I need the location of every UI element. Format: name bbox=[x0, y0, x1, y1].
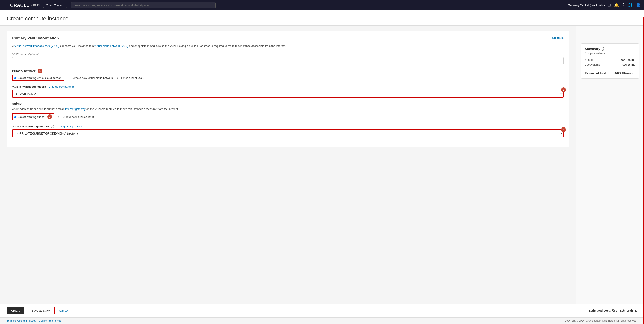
console-icon[interactable]: ⊡ bbox=[608, 3, 611, 8]
main-content: Primary VNIC information Collapse A virt… bbox=[0, 26, 576, 304]
terms-link[interactable]: Terms of Use and Privacy bbox=[7, 319, 36, 322]
bell-icon[interactable]: 🔔 bbox=[614, 3, 619, 8]
create-new-vcn-label[interactable]: Create new virtual cloud network bbox=[73, 76, 113, 80]
subnet-compartment-label: Subnet in IwanHoogendoorn bbox=[12, 125, 49, 128]
cloud-classic-button[interactable]: Cloud Classic › bbox=[43, 2, 67, 8]
summary-subtitle: Compute instance bbox=[585, 52, 635, 55]
vcn-change-compartment-link[interactable]: (Change compartment) bbox=[48, 85, 76, 88]
subnet-description: An IP address from a public subnet and a… bbox=[12, 107, 564, 111]
page-header: Create compute instance bbox=[0, 10, 644, 26]
top-navigation: ☰ ORACLE Cloud Cloud Classic › Germany C… bbox=[0, 0, 644, 10]
step-badge-1: 1 bbox=[38, 69, 42, 73]
step-badge-4: 4 bbox=[561, 127, 566, 132]
collapse-link[interactable]: Collapse bbox=[552, 36, 564, 40]
create-new-subnet-radio[interactable] bbox=[58, 116, 61, 118]
create-new-vcn-option[interactable]: Create new virtual cloud network bbox=[68, 76, 113, 80]
subnet-section: Subnet An IP address from a public subne… bbox=[12, 102, 564, 121]
select-existing-subnet-radio[interactable] bbox=[14, 116, 17, 118]
vnic-name-label: VNIC name Optional bbox=[12, 53, 564, 56]
select-existing-vcn-option[interactable]: Select existing virtual cloud network bbox=[12, 75, 64, 81]
vcn-select-container: SPOKE-VCN-A 2 bbox=[12, 90, 564, 98]
card-header: Primary VNIC information Collapse bbox=[12, 36, 564, 40]
vcn-select[interactable]: SPOKE-VCN-A bbox=[12, 90, 564, 98]
enter-subnet-ocid-option[interactable]: Enter subnet OCID bbox=[117, 76, 145, 80]
page-container: Create compute instance Primary VNIC inf… bbox=[0, 10, 644, 324]
estimated-cost-value: ₹697.81/month bbox=[612, 309, 633, 312]
subnet-radio-group: Select existing subnet 3 Create new publ… bbox=[12, 113, 564, 120]
vnic-name-group: VNIC name Optional bbox=[12, 53, 564, 64]
primary-network-group: Primary network 1 Select existing virtua… bbox=[12, 69, 564, 81]
save-as-stack-button[interactable]: Save as stack bbox=[27, 307, 55, 314]
summary-total-row: Estimated total ₹697.81/month bbox=[585, 72, 635, 75]
summary-shape-row: Shape ₹661.56/mo bbox=[585, 58, 635, 62]
vcn-link[interactable]: virtual cloud network (VCN) bbox=[94, 44, 128, 48]
step-badge-3: 3 bbox=[47, 114, 52, 119]
scroll-indicator bbox=[643, 17, 644, 324]
cancel-button[interactable]: Cancel bbox=[57, 307, 70, 314]
summary-panel: Summary i Compute instance Shape ₹661.56… bbox=[581, 44, 639, 79]
select-existing-subnet-option[interactable]: Select existing subnet 3 bbox=[12, 113, 54, 120]
footer: Terms of Use and Privacy Cookie Preferen… bbox=[0, 318, 644, 324]
subnet-label: Subnet bbox=[12, 102, 22, 105]
page-title: Create compute instance bbox=[7, 15, 637, 22]
region-selector[interactable]: Germany Central (Frankfurt) ▾ bbox=[568, 4, 605, 7]
profile-icon[interactable]: 👤 bbox=[636, 3, 640, 8]
topnav-icons: ⊡ 🔔 ? 🌐 👤 bbox=[608, 3, 640, 8]
page-body: Primary VNIC information Collapse A virt… bbox=[0, 26, 644, 304]
summary-shape-label: Shape bbox=[585, 58, 593, 62]
primary-network-radio-group: Select existing virtual cloud network Cr… bbox=[12, 75, 564, 81]
hamburger-menu-icon[interactable]: ☰ bbox=[4, 3, 7, 8]
subnet-change-compartment-link[interactable]: (Change compartment) bbox=[56, 125, 84, 128]
footer-right: Copyright © 2024, Oracle and/or its affi… bbox=[564, 319, 637, 322]
subnet-select[interactable]: IH-PRIVATE-SUBNET-SPOKE-VCN-A (regional) bbox=[12, 130, 564, 138]
cloud-text: Cloud bbox=[31, 3, 40, 7]
step-badge-2: 2 bbox=[561, 88, 566, 92]
primary-vnic-card: Primary VNIC information Collapse A virt… bbox=[7, 31, 569, 147]
subnet-select-group: Subnet in IwanHoogendoorn i (Change comp… bbox=[12, 125, 564, 138]
summary-title: Summary i bbox=[585, 47, 635, 51]
internet-gateway-link[interactable]: internet gateway bbox=[65, 108, 86, 111]
oracle-text: ORACLE bbox=[10, 3, 30, 8]
create-new-subnet-label[interactable]: Create new public subnet bbox=[62, 115, 94, 118]
summary-boot-value: ₹36.25/mo bbox=[622, 63, 635, 66]
sidebar-summary: Summary i Compute instance Shape ₹661.56… bbox=[576, 26, 644, 304]
select-existing-subnet-label[interactable]: Select existing subnet bbox=[18, 115, 45, 118]
vnic-name-input[interactable] bbox=[12, 57, 564, 64]
subnet-info-icon[interactable]: i bbox=[51, 125, 54, 128]
summary-boot-label: Boot volume bbox=[585, 63, 600, 66]
create-new-vcn-radio[interactable] bbox=[68, 76, 72, 79]
select-existing-vcn-label[interactable]: Select existing virtual cloud network bbox=[18, 76, 62, 80]
subnet-select-container: IH-PRIVATE-SUBNET-SPOKE-VCN-A (regional)… bbox=[12, 130, 564, 138]
enter-subnet-ocid-label[interactable]: Enter subnet OCID bbox=[121, 76, 145, 80]
vcn-label-row: VCN in IwanHoogendoorn (Change compartme… bbox=[12, 85, 564, 88]
topnav-right: Germany Central (Frankfurt) ▾ ⊡ 🔔 ? 🌐 👤 bbox=[568, 3, 640, 8]
summary-total-value: ₹697.81/month bbox=[614, 72, 635, 75]
vnic-link[interactable]: virtual network interface card (VNIC) bbox=[15, 44, 60, 48]
create-button[interactable]: Create bbox=[7, 307, 24, 314]
region-chevron-icon: ▾ bbox=[604, 4, 605, 7]
search-input[interactable] bbox=[71, 2, 216, 8]
subnet-label-row: Subnet in IwanHoogendoorn i (Change comp… bbox=[12, 125, 564, 128]
cookies-link[interactable]: Cookie Preferences bbox=[39, 319, 61, 322]
footer-left: Terms of Use and Privacy Cookie Preferen… bbox=[7, 319, 61, 322]
card-description: A virtual network interface card (VNIC) … bbox=[12, 44, 564, 48]
summary-divider bbox=[585, 69, 635, 69]
cost-chevron-icon[interactable]: ▲ bbox=[634, 309, 637, 312]
bottom-bar: Create Save as stack Cancel Estimated co… bbox=[0, 304, 644, 318]
help-icon[interactable]: ? bbox=[622, 3, 624, 8]
summary-total-label: Estimated total bbox=[585, 72, 606, 75]
summary-info-icon[interactable]: i bbox=[602, 47, 605, 51]
primary-network-label: Primary network bbox=[12, 69, 36, 73]
create-new-subnet-option[interactable]: Create new public subnet bbox=[58, 115, 94, 118]
oracle-logo: ORACLE Cloud bbox=[10, 3, 40, 8]
card-title: Primary VNIC information bbox=[12, 36, 59, 40]
vcn-select-group: VCN in IwanHoogendoorn (Change compartme… bbox=[12, 85, 564, 98]
region-label: Germany Central (Frankfurt) bbox=[568, 4, 603, 7]
select-existing-vcn-radio[interactable] bbox=[14, 76, 17, 79]
summary-boot-row: Boot volume ₹36.25/mo bbox=[585, 63, 635, 66]
estimated-cost-display: Estimated cost: ₹697.81/month ▲ bbox=[588, 309, 637, 312]
vcn-label: VCN in IwanHoogendoorn bbox=[12, 85, 46, 88]
globe-icon[interactable]: 🌐 bbox=[628, 3, 632, 8]
enter-subnet-ocid-radio[interactable] bbox=[117, 76, 120, 79]
estimated-cost-label: Estimated cost: bbox=[588, 309, 610, 312]
